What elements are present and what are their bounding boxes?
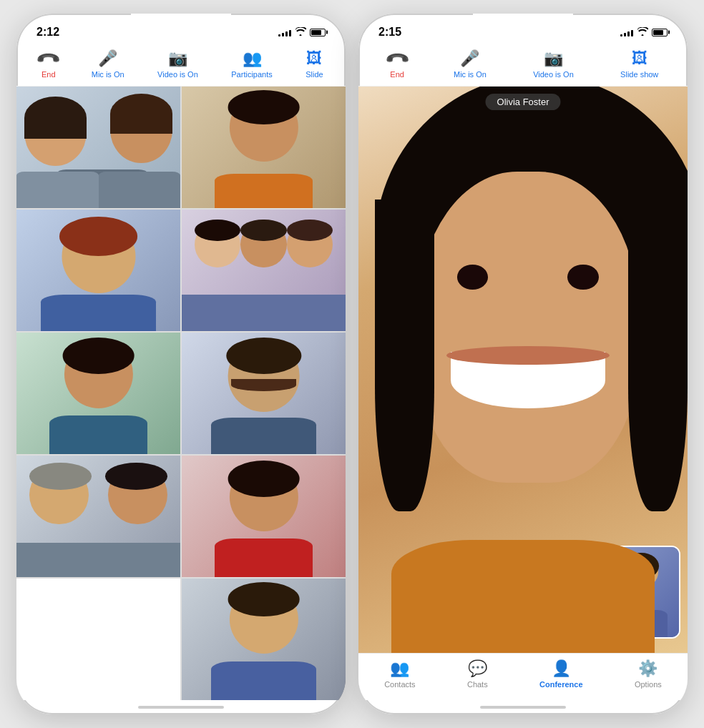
options-icon: ⚙️ <box>638 659 657 678</box>
video-label-right: Video is On <box>533 70 574 79</box>
video-grid: 📷 ↺ <box>16 87 346 700</box>
status-icons-right <box>620 27 668 38</box>
chats-icon: 💬 <box>468 659 487 678</box>
video-button[interactable]: 📷 Video is On <box>157 49 198 79</box>
grid-cell-5 <box>16 333 180 454</box>
battery-icon <box>310 29 326 36</box>
participants-icon: 👥 <box>243 49 262 68</box>
contacts-icon: 👥 <box>390 659 409 678</box>
participant-name-text: Olivia Foster <box>497 97 549 107</box>
phone-left: 2:12 📞 End 🎤 Mic is On 📷 <box>16 14 346 714</box>
conference-icon: 👤 <box>552 659 571 678</box>
home-indicator-left <box>16 700 346 714</box>
mic-button[interactable]: 🎤 Mic is On <box>92 49 124 79</box>
grid-cell-3 <box>16 210 180 331</box>
main-video: Olivia Foster <box>358 87 688 653</box>
slide-icon-right: 🖼 <box>632 49 647 68</box>
slide-icon: 🖼 <box>306 49 322 68</box>
time-right: 2:15 <box>378 26 401 39</box>
slide-label-right: Slide show <box>620 70 658 79</box>
status-icons-left <box>278 27 326 38</box>
wifi-icon-right <box>637 27 648 38</box>
time-left: 2:12 <box>36 26 59 39</box>
video-label: Video is On <box>157 70 198 79</box>
options-label: Options <box>635 680 662 689</box>
grid-cell-9 <box>16 579 180 700</box>
slide-button[interactable]: 🖼 Slide <box>305 49 323 79</box>
toolbar-right: 📞 End 🎤 Mic is On 📷 Video is On 🖼 Slide … <box>358 45 688 87</box>
toolbar-left: 📞 End 🎤 Mic is On 📷 Video is On 👥 Partic… <box>16 45 346 87</box>
end-call-icon: 📞 <box>35 45 62 72</box>
end-call-button-right[interactable]: 📞 End <box>388 49 407 79</box>
tab-options[interactable]: ⚙️ Options <box>635 659 662 689</box>
notch-left <box>131 14 231 31</box>
tab-conference[interactable]: 👤 Conference <box>539 659 583 689</box>
notch-right <box>473 14 573 31</box>
video-button-right[interactable]: 📷 Video is On <box>533 49 574 79</box>
end-call-icon-right: 📞 <box>383 45 410 72</box>
mic-button-right[interactable]: 🎤 Mic is On <box>454 49 487 79</box>
mic-label-right: Mic is On <box>454 70 487 79</box>
slide-button-right[interactable]: 🖼 Slide show <box>620 49 658 79</box>
tab-bar: 👥 Contacts 💬 Chats 👤 Conference ⚙️ Optio… <box>358 653 688 700</box>
battery-fill <box>311 30 321 35</box>
grid-cell-1 <box>16 87 180 208</box>
grid-cell-2 <box>182 87 346 208</box>
grid-cell-6 <box>182 333 346 454</box>
participants-button[interactable]: 👥 Participants <box>231 49 272 79</box>
mic-label: Mic is On <box>92 70 124 79</box>
battery-icon-right <box>652 29 668 36</box>
participant-name-label: Olivia Foster <box>486 94 561 110</box>
phone-right: 2:15 📞 End 🎤 Mic is On 📷 <box>358 14 688 714</box>
signal-icon <box>278 28 291 36</box>
home-indicator-right <box>358 700 688 714</box>
contacts-label: Contacts <box>384 680 415 689</box>
conference-label: Conference <box>539 680 583 689</box>
participants-label: Participants <box>231 70 272 79</box>
grid-cell-8 <box>182 456 346 577</box>
grid-cell-4 <box>182 210 346 331</box>
slide-label: Slide <box>305 70 323 79</box>
grid-cell-7 <box>16 456 180 577</box>
chats-label: Chats <box>467 680 488 689</box>
main-video-bg <box>358 87 688 653</box>
grid-layout: 📷 ↺ <box>16 87 346 700</box>
signal-icon-right <box>620 28 633 36</box>
video-icon: 📷 <box>168 49 187 68</box>
mic-icon: 🎤 <box>98 49 117 68</box>
wifi-icon <box>295 27 306 38</box>
video-icon-right: 📷 <box>544 49 563 68</box>
mic-icon-right: 🎤 <box>460 49 479 68</box>
grid-cell-10: 📷 ↺ <box>182 579 346 700</box>
end-call-button[interactable]: 📞 End <box>39 49 58 79</box>
tab-chats[interactable]: 💬 Chats <box>467 659 488 689</box>
tab-contacts[interactable]: 👥 Contacts <box>384 659 415 689</box>
